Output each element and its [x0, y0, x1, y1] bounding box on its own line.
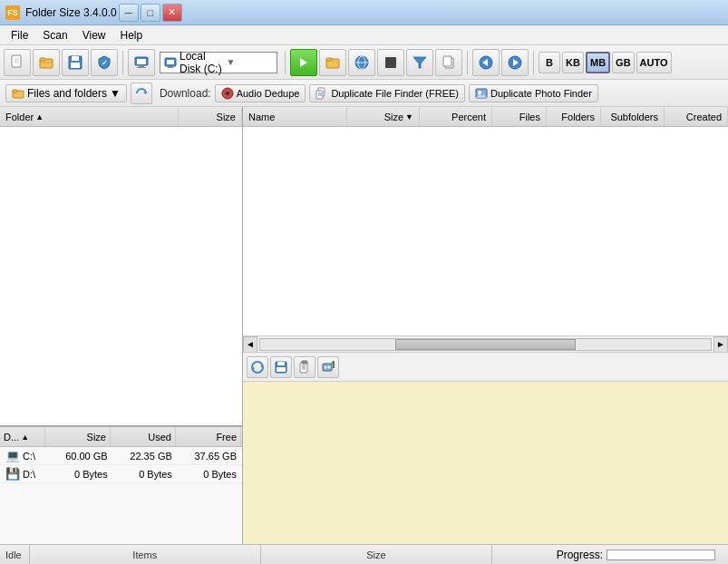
size-mode-gb[interactable]: GB	[612, 52, 635, 73]
svg-point-35	[226, 92, 229, 95]
file-col-name-header[interactable]: Name	[243, 107, 347, 126]
status-items: Items	[30, 545, 261, 564]
scroll-track[interactable]	[259, 338, 712, 351]
separator-1	[122, 51, 123, 74]
globe-button[interactable]	[348, 49, 375, 76]
folder-tree-header: Folder ▲ Size	[0, 107, 242, 127]
title-bar: FS Folder Size 3.4.0.0 ─ □ ✕	[0, 0, 728, 25]
forward-button[interactable]	[501, 49, 529, 76]
files-folders-label: Files and folders	[27, 87, 107, 100]
scroll-thumb[interactable]	[395, 339, 576, 350]
main-content: Folder ▲ Size D... ▲ Size Used	[0, 107, 728, 544]
svg-rect-15	[167, 60, 174, 64]
icon-bar	[243, 352, 728, 381]
folder-tree: Folder ▲ Size	[0, 107, 242, 426]
drive-col-free-header[interactable]: Free	[176, 427, 241, 446]
minimize-button[interactable]: ─	[119, 4, 139, 22]
svg-rect-47	[277, 367, 286, 372]
drive-col-d-header[interactable]: D... ▲	[0, 427, 45, 446]
save-button[interactable]	[62, 49, 89, 76]
drive-combo-arrow: ▼	[227, 57, 274, 67]
copy-button[interactable]	[435, 49, 462, 76]
drive-col-used-header[interactable]: Used	[111, 427, 176, 446]
drive-selector[interactable]: Local Disk (C:) ▼	[160, 52, 277, 73]
progress-bar	[607, 549, 715, 560]
drive-col-size-header[interactable]: Size	[45, 427, 111, 446]
menu-help[interactable]: Help	[113, 27, 150, 44]
idle-label: Idle	[5, 549, 22, 560]
size-col-header[interactable]: Size	[179, 107, 242, 126]
file-col-subfolders-header[interactable]: Subfolders	[601, 107, 665, 126]
drive-combo-text: Local Disk (C:)	[180, 50, 227, 75]
progress-label: Progress:	[557, 549, 603, 561]
computer-button[interactable]	[128, 49, 155, 76]
scroll-left-button[interactable]: ◄	[243, 336, 257, 353]
scroll-right-button[interactable]: ►	[713, 336, 728, 353]
left-panel: Folder ▲ Size D... ▲ Size Used	[0, 107, 243, 544]
size-mode-mb[interactable]: MB	[586, 52, 610, 73]
status-size: Size	[261, 545, 492, 564]
open-button[interactable]	[33, 49, 60, 76]
filter-button[interactable]	[406, 49, 433, 76]
audio-dedupe-button[interactable]: Audio Dedupe	[215, 84, 306, 102]
svg-marker-17	[300, 58, 307, 67]
back-button[interactable]	[472, 49, 500, 76]
svg-rect-26	[443, 56, 451, 66]
svg-point-54	[325, 365, 327, 368]
menu-bar: File Scan View Help	[0, 25, 728, 45]
svg-rect-13	[137, 67, 146, 68]
download-label: Download:	[160, 87, 211, 100]
svg-point-55	[328, 365, 331, 368]
file-col-size-header[interactable]: Size ▼	[347, 107, 420, 126]
svg-rect-19	[326, 58, 332, 61]
separator-4	[533, 51, 534, 74]
files-folders-button[interactable]: Files and folders ▼	[5, 84, 127, 102]
size-mode-kb[interactable]: KB	[562, 52, 584, 73]
svg-rect-12	[139, 65, 144, 67]
folder-col-label: Folder	[5, 112, 34, 122]
new-button[interactable]	[4, 49, 31, 76]
main-toolbar: ✓ Local Disk (C:) ▼ B KB MB GB AU	[0, 45, 728, 80]
status-idle: Idle	[5, 545, 30, 564]
refresh-tree-button[interactable]	[131, 83, 152, 104]
file-col-percent-header[interactable]: Percent	[420, 107, 492, 126]
close-button[interactable]: ✕	[162, 4, 182, 22]
shield-button[interactable]: ✓	[91, 49, 118, 76]
items-label: Items	[132, 549, 157, 560]
svg-marker-24	[413, 57, 426, 68]
size-mode-b[interactable]: B	[539, 52, 560, 73]
horizontal-scrollbar[interactable]: ◄ ►	[243, 335, 728, 352]
progress-section: Progress:	[492, 549, 723, 561]
file-col-created-header[interactable]: Created	[665, 107, 728, 126]
drive-row[interactable]: 💾 D:\ 0 Bytes 0 Bytes 0 Bytes	[0, 465, 242, 483]
scan-play-button[interactable]	[290, 49, 317, 76]
menu-file[interactable]: File	[4, 27, 35, 44]
drive-list: D... ▲ Size Used Free 💻 C:\ 60.00 GB 22.…	[0, 426, 242, 544]
file-col-files-header[interactable]: Files	[492, 107, 547, 126]
size-mode-auto[interactable]: AUTO	[636, 52, 672, 73]
drive-list-header: D... ▲ Size Used Free	[0, 427, 242, 447]
menu-view[interactable]: View	[75, 27, 113, 44]
audio-dedupe-label: Audio Dedupe	[237, 88, 300, 99]
files-folders-arrow: ▼	[110, 87, 121, 100]
clipboard-button[interactable]	[294, 356, 315, 378]
stop-button[interactable]	[377, 49, 404, 76]
maximize-button[interactable]: □	[141, 4, 160, 22]
menu-scan[interactable]: Scan	[35, 27, 74, 44]
app-icon: FS	[5, 5, 20, 20]
folder-open-button[interactable]	[319, 49, 346, 76]
svg-rect-7	[72, 56, 79, 61]
folder-sort-arrow: ▲	[35, 112, 44, 122]
drive-row[interactable]: 💻 C:\ 60.00 GB 22.35 GB 37.65 GB	[0, 447, 242, 465]
refresh-button[interactable]	[247, 356, 268, 378]
save-results-button[interactable]	[270, 356, 292, 378]
separator-3	[467, 51, 468, 74]
export-button[interactable]	[317, 356, 339, 378]
file-col-folders-header[interactable]: Folders	[547, 107, 601, 126]
svg-rect-23	[385, 57, 396, 68]
duplicate-photo-finder-button[interactable]: Duplicate Photo Finder	[469, 84, 598, 102]
folder-col-header[interactable]: Folder ▲	[0, 107, 179, 126]
duplicate-file-finder-label: Duplicate File Finder (FREE)	[331, 88, 459, 99]
duplicate-file-finder-button[interactable]: Duplicate File Finder (FREE)	[309, 84, 465, 102]
secondary-toolbar: Files and folders ▼ Download: Audio Dedu…	[0, 80, 728, 107]
